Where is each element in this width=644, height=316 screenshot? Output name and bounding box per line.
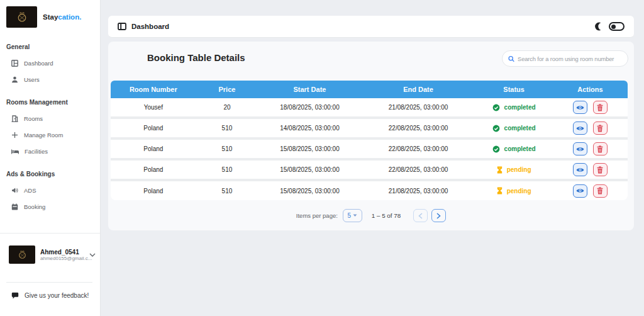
table-row: Poland 510 15/08/2025, 03:00:00 22/08/20… [111,140,628,161]
search-icon [508,55,514,62]
cell-start: 18/08/2025, 03:00:00 [258,104,361,111]
cell-room: Poland [111,125,196,132]
cell-end: 21/08/2025, 03:00:00 [362,104,475,111]
delete-button[interactable] [593,101,608,114]
cell-start: 15/08/2025, 03:00:00 [258,166,361,173]
sidebar-item-users[interactable]: Users [11,76,100,83]
cell-room: Poland [111,166,196,173]
status-label: pending [507,166,531,173]
crest-icon [16,10,28,24]
search-input[interactable] [518,55,622,62]
caret-down-icon [353,214,357,217]
delete-button[interactable] [593,184,608,198]
col-actions: Actions [553,86,628,93]
view-button[interactable] [573,121,587,135]
col-start-date: Start Date [258,86,361,93]
dark-mode-toggle[interactable] [609,22,625,31]
sidebar-item-ads[interactable]: ADS [11,187,100,194]
feedback-link[interactable]: Give us your feedback! [11,292,89,299]
eye-icon [576,104,584,111]
chevron-left-icon [418,213,423,219]
rooms-icon [11,115,18,122]
trash-icon [597,104,603,111]
sidebar-divider [0,233,100,234]
status-label: completed [504,125,536,132]
view-button[interactable] [573,101,587,114]
status-badge: pending [475,187,552,195]
user-profile[interactable]: Ahmed_0541 ahmed0155@gmail.c... [9,245,96,264]
status-badge: pending [475,166,552,174]
user-email: ahmed0155@gmail.c... [40,256,84,261]
cell-price: 510 [196,125,258,132]
sidebar-divider-2 [6,282,92,283]
delete-button[interactable] [593,121,608,135]
pagination: Items per page: 5 1 – 5 of 78 [108,209,634,222]
sidebar-item-rooms[interactable]: Rooms [11,115,100,122]
delete-button[interactable] [593,163,608,176]
cell-price: 510 [196,166,258,173]
eye-icon [576,188,584,194]
moon-icon[interactable] [595,21,604,31]
view-button[interactable] [573,184,587,198]
cell-start: 14/08/2025, 03:00:00 [258,125,361,132]
page-title: Dashboard [131,23,169,30]
table-header: Room Number Price Start Date End Date St… [111,81,628,98]
cell-start: 15/08/2025, 03:00:00 [258,188,361,195]
sidebar-item-manage-room[interactable]: Manage Room [11,132,100,138]
trash-icon [597,125,603,132]
sidebar-item-booking[interactable]: Booking [11,203,100,210]
megaphone-icon [11,187,18,194]
cell-end: 22/08/2025, 03:00:00 [362,145,475,152]
chat-bubble-icon [11,292,19,299]
check-circle-icon [492,104,500,111]
chevron-right-icon [436,213,441,219]
page-range: 1 – 5 of 78 [372,212,401,219]
plus-icon [11,132,18,138]
eye-icon [576,167,584,173]
hourglass-icon [497,187,502,195]
table-row: Poland 510 15/08/2025, 03:00:00 22/08/20… [111,161,628,181]
trash-icon [597,145,603,153]
cell-end: 22/08/2025, 03:00:00 [362,166,475,173]
status-badge: completed [475,145,552,153]
eye-icon [576,146,584,152]
user-name: Ahmed_0541 [40,249,84,256]
section-ads-bookings: Ads & Bookings [6,171,100,178]
search-box[interactable] [502,50,628,67]
col-room-number: Room Number [111,86,196,93]
calendar-icon [11,203,18,210]
section-rooms-management: Rooms Management [6,99,100,106]
sidebar-item-dashboard[interactable]: Dashboard [11,60,100,67]
content-card: Booking Table Details Room Number Price … [108,42,634,230]
view-button[interactable] [573,163,587,176]
table-body: Yousef 20 18/08/2025, 03:00:00 21/08/202… [111,98,628,200]
check-circle-icon [492,125,500,132]
cell-room: Yousef [111,104,196,111]
page-heading: Booking Table Details [147,52,245,63]
col-end-date: End Date [362,86,475,93]
status-label: completed [504,145,536,152]
status-label: completed [504,104,536,111]
check-circle-icon [492,145,500,153]
next-page-button[interactable] [431,209,446,222]
trash-icon [597,166,603,174]
status-badge: completed [475,104,552,111]
prev-page-button[interactable] [413,209,428,222]
status-badge: completed [475,125,552,132]
view-button[interactable] [573,142,587,155]
cell-price: 20 [196,104,258,111]
trash-icon [597,187,603,195]
cell-end: 21/08/2025, 03:00:00 [362,188,475,195]
delete-button[interactable] [593,142,608,155]
brand-logo-image [6,6,37,28]
section-general: General [6,43,100,50]
users-icon [11,76,18,83]
dashboard-icon [11,60,18,67]
page-size-select[interactable]: 5 [343,209,362,222]
col-price: Price [196,86,258,93]
sidebar-item-facilities[interactable]: Facilities [11,148,100,155]
topbar: Dashboard [108,16,634,38]
col-status: Status [475,86,552,93]
table-row: Poland 510 14/08/2025, 03:00:00 22/08/20… [111,119,628,140]
chevron-down-icon[interactable] [89,253,96,257]
